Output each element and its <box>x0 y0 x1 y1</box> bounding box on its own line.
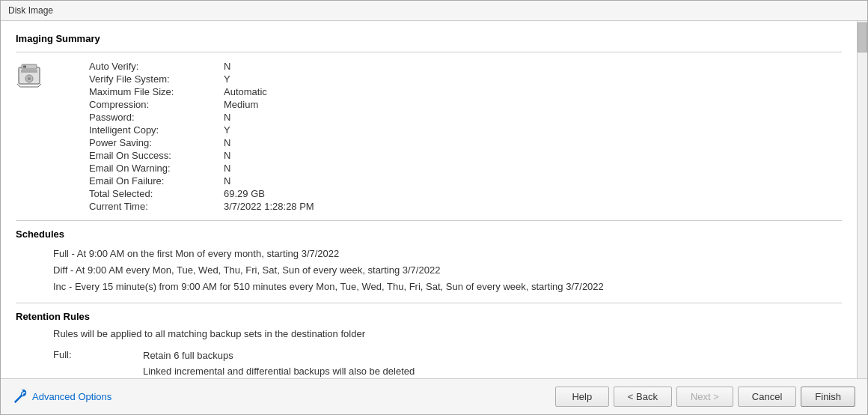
value-total-selected: 69.29 GB <box>224 187 842 200</box>
row-verify-fs: Verify File System: Y <box>89 73 842 85</box>
summary-table: Auto Verify: N Verify File System: Y Max… <box>89 60 842 213</box>
row-email-warning: Email On Warning: N <box>89 162 842 175</box>
retention-full-line-2: Linked incremental and differential back… <box>143 364 415 378</box>
value-password: N <box>224 111 842 124</box>
scrollbar-track[interactable] <box>857 21 867 378</box>
cancel-button[interactable]: Cancel <box>738 387 796 407</box>
divider-3 <box>16 303 842 303</box>
divider-1 <box>16 52 842 52</box>
row-password: Password: N <box>89 111 842 124</box>
value-max-file-size: Automatic <box>224 85 842 98</box>
imaging-summary-section: Imaging Summary Auto Verify: <box>16 33 842 213</box>
svg-point-3 <box>28 77 31 80</box>
summary-with-icon: Auto Verify: N Verify File System: Y Max… <box>16 60 842 213</box>
svg-rect-1 <box>21 70 37 73</box>
label-compression: Compression: <box>89 98 224 111</box>
value-intelligent-copy: Y <box>224 124 842 136</box>
footer-buttons: Help < Back Next > Cancel Finish <box>555 387 855 407</box>
label-total-selected: Total Selected: <box>89 187 224 200</box>
label-email-warning: Email On Warning: <box>89 162 224 175</box>
row-email-failure: Email On Failure: N <box>89 175 842 187</box>
label-intelligent-copy: Intelligent Copy: <box>89 124 224 136</box>
value-power-saving: N <box>224 136 842 149</box>
scrollbar-thumb[interactable] <box>858 22 867 52</box>
main-content: Imaging Summary Auto Verify: <box>1 21 857 378</box>
retention-full-line-1: Retain 6 full backups <box>143 348 415 364</box>
value-compression: Medium <box>224 98 842 111</box>
main-window: Disk Image Imaging Summary <box>0 0 868 415</box>
row-total-selected: Total Selected: 69.29 GB <box>89 187 842 200</box>
value-current-time: 3/7/2022 1:28:28 PM <box>224 200 842 213</box>
help-button[interactable]: Help <box>555 387 609 407</box>
title-bar: Disk Image <box>1 1 867 21</box>
content-area: Imaging Summary Auto Verify: <box>1 21 867 378</box>
label-current-time: Current Time: <box>89 200 224 213</box>
next-button[interactable]: Next > <box>676 387 733 407</box>
schedules-section: Schedules Full - At 9:00 AM on the first… <box>16 228 842 295</box>
label-auto-verify: Auto Verify: <box>89 60 224 73</box>
label-email-failure: Email On Failure: <box>89 175 224 187</box>
advanced-options-link[interactable]: Advanced Options <box>32 391 111 402</box>
value-email-failure: N <box>224 175 842 187</box>
svg-rect-5 <box>23 66 26 68</box>
svg-line-7 <box>15 402 16 402</box>
schedules-list: Full - At 9:00 AM on the first Mon of ev… <box>53 246 842 295</box>
row-intelligent-copy: Intelligent Copy: Y <box>89 124 842 136</box>
schedules-title: Schedules <box>16 228 842 240</box>
row-current-time: Current Time: 3/7/2022 1:28:28 PM <box>89 200 842 213</box>
footer: Advanced Options Help < Back Next > Canc… <box>1 378 867 414</box>
retention-full-label: Full: <box>53 348 143 378</box>
divider-2 <box>16 220 842 221</box>
schedule-item-2: Diff - At 9:00 AM every Mon, Tue, Wed, T… <box>53 262 842 279</box>
wrench-icon <box>13 390 28 405</box>
disk-image-icon <box>16 61 43 88</box>
row-compression: Compression: Medium <box>89 98 842 111</box>
row-power-saving: Power Saving: N <box>89 136 842 149</box>
retention-note: Rules will be applied to all matching ba… <box>53 328 842 339</box>
value-verify-fs: Y <box>224 73 842 85</box>
footer-left: Advanced Options <box>13 390 111 405</box>
back-button[interactable]: < Back <box>614 387 672 407</box>
retention-rules-title: Retention Rules <box>16 311 842 322</box>
label-verify-fs: Verify File System: <box>89 73 224 85</box>
label-email-success: Email On Success: <box>89 149 224 162</box>
label-max-file-size: Maximum File Size: <box>89 85 224 98</box>
retention-full-row: Full: Retain 6 full backups Linked incre… <box>53 348 842 378</box>
row-auto-verify: Auto Verify: N <box>89 60 842 73</box>
value-email-warning: N <box>224 162 842 175</box>
schedule-item-3: Inc - Every 15 minute(s) from 9:00 AM fo… <box>53 279 842 295</box>
label-power-saving: Power Saving: <box>89 136 224 149</box>
imaging-summary-title: Imaging Summary <box>16 33 842 44</box>
row-max-file-size: Maximum File Size: Automatic <box>89 85 842 98</box>
finish-button[interactable]: Finish <box>801 387 855 407</box>
retention-rules-section: Retention Rules Rules will be applied to… <box>16 311 842 378</box>
svg-point-6 <box>23 393 25 396</box>
retention-full-details: Retain 6 full backups Linked incremental… <box>143 348 415 378</box>
value-auto-verify: N <box>224 60 842 73</box>
window-title: Disk Image <box>8 5 53 16</box>
label-password: Password: <box>89 111 224 124</box>
row-email-success: Email On Success: N <box>89 149 842 162</box>
schedule-item-1: Full - At 9:00 AM on the first Mon of ev… <box>53 246 842 262</box>
value-email-success: N <box>224 149 842 162</box>
